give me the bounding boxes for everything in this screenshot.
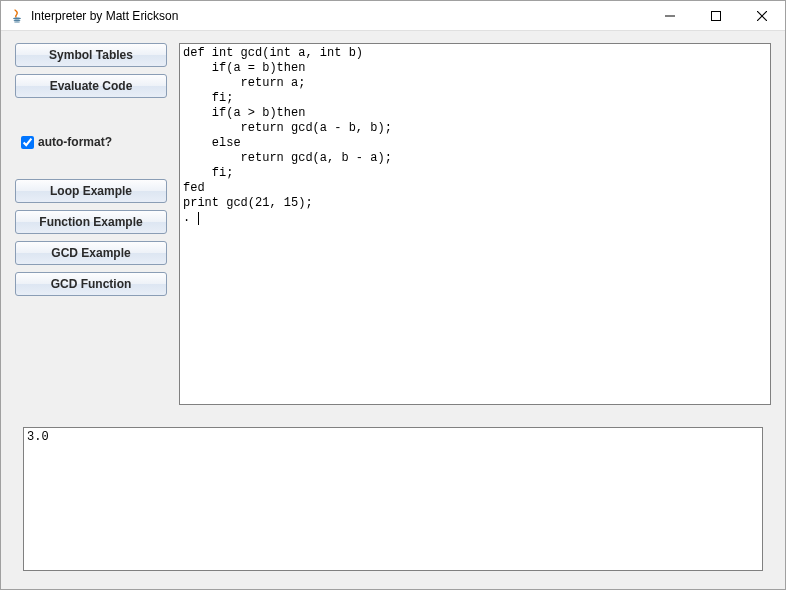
code-editor[interactable]: def int gcd(int a, int b) if(a = b)then …: [179, 43, 771, 405]
auto-format-row: auto-format?: [15, 133, 167, 151]
function-example-button[interactable]: Function Example: [15, 210, 167, 234]
evaluate-code-button[interactable]: Evaluate Code: [15, 74, 167, 98]
code-text: def int gcd(int a, int b) if(a = b)then …: [183, 46, 392, 225]
sidebar: Symbol Tables Evaluate Code auto-format?…: [15, 43, 167, 405]
auto-format-checkbox[interactable]: [21, 136, 34, 149]
output-display[interactable]: 3.0: [23, 427, 763, 571]
upper-panel: Symbol Tables Evaluate Code auto-format?…: [1, 31, 785, 405]
window-title: Interpreter by Matt Erickson: [31, 9, 647, 23]
app-window: Interpreter by Matt Erickson Symbol Tabl…: [0, 0, 786, 590]
output-panel: 3.0: [1, 405, 785, 581]
gcd-example-button[interactable]: GCD Example: [15, 241, 167, 265]
auto-format-label: auto-format?: [38, 135, 112, 149]
svg-rect-1: [712, 12, 721, 21]
text-cursor: [198, 212, 199, 225]
gcd-function-button[interactable]: GCD Function: [15, 272, 167, 296]
editor-panel: def int gcd(int a, int b) if(a = b)then …: [179, 43, 771, 405]
minimize-button[interactable]: [647, 1, 693, 31]
close-button[interactable]: [739, 1, 785, 31]
java-icon: [9, 8, 25, 24]
titlebar: Interpreter by Matt Erickson: [1, 1, 785, 31]
window-controls: [647, 1, 785, 30]
symbol-tables-button[interactable]: Symbol Tables: [15, 43, 167, 67]
maximize-button[interactable]: [693, 1, 739, 31]
content-area: Symbol Tables Evaluate Code auto-format?…: [1, 31, 785, 589]
loop-example-button[interactable]: Loop Example: [15, 179, 167, 203]
